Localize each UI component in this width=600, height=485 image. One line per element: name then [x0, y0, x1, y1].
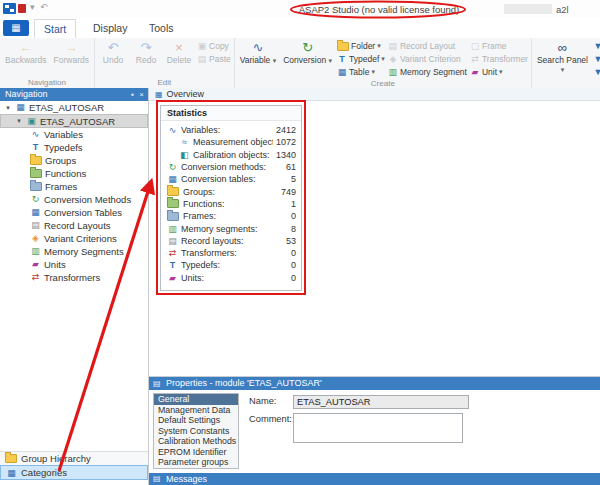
- tree-node-root[interactable]: ▾ ▦ ETAS_AUTOSAR: [0, 101, 148, 114]
- unit-icon: ▰: [470, 67, 480, 77]
- tree-node-variables[interactable]: ∿ Variables: [0, 128, 148, 141]
- stat-label: Transformers:: [181, 248, 288, 258]
- tree-node-transformers[interactable]: ⇄ Transformers: [0, 271, 148, 284]
- file-menu-button[interactable]: ▦: [3, 20, 29, 36]
- messages-panel-header[interactable]: ▤ Messages: [149, 473, 600, 485]
- tree-item-label: Memory Segments: [44, 246, 124, 257]
- dropdown-arrow-icon: ▾: [377, 42, 381, 50]
- property-category-general[interactable]: General: [154, 394, 238, 405]
- transformer-button[interactable]: ⇄ Transformer: [469, 53, 529, 65]
- undo-quick-icon[interactable]: ↶: [40, 2, 48, 12]
- tree-item-label: Variables: [44, 129, 83, 140]
- tree-node-memory-segments[interactable]: ▥ Memory Segments: [0, 245, 148, 258]
- stat-value: 0: [291, 273, 296, 283]
- stat-value: 53: [286, 236, 296, 246]
- property-category-parameter-groups[interactable]: Parameter groups: [154, 457, 238, 468]
- tab-start[interactable]: Start: [34, 19, 76, 39]
- copy-icon: ▣: [197, 41, 207, 51]
- stat-row-frames: Frames: 0: [167, 210, 296, 222]
- folder-button[interactable]: Folder ▾: [336, 40, 386, 52]
- search-panel-button[interactable]: ∞ Search Panel▾: [534, 39, 591, 74]
- variables-icon: ∿: [167, 125, 178, 135]
- group-hierarchy-button[interactable]: Group Hierarchy: [0, 451, 148, 465]
- tree-node-groups[interactable]: Groups: [0, 154, 148, 167]
- forwards-button[interactable]: → Forwards: [51, 39, 92, 65]
- dropdown-arrow-icon: ▾: [371, 68, 375, 76]
- overview-tab[interactable]: ▦ Overview: [149, 88, 600, 101]
- unit-button[interactable]: ▰ Unit ▾: [469, 66, 529, 78]
- tree-node-functions[interactable]: Functions: [0, 167, 148, 180]
- record-layouts-icon: ▤: [30, 220, 41, 231]
- property-category-management-data[interactable]: Management Data: [154, 405, 238, 416]
- expander-icon[interactable]: ▾: [15, 117, 23, 125]
- tree-node-typedefs[interactable]: T Typedefs: [0, 141, 148, 154]
- backwards-button[interactable]: ← Backwards: [2, 39, 50, 65]
- app-icon[interactable]: [3, 3, 16, 14]
- property-category-default-settings[interactable]: Default Settings: [154, 415, 238, 426]
- copy-button[interactable]: ▣ Copy: [196, 40, 232, 52]
- stat-row-measurement-objects: ≈ Measurement objects: 1072: [167, 136, 296, 148]
- dropdown-arrow-icon: ▾: [273, 57, 277, 64]
- stat-row-memory-segments: ▥ Memory segments: 8: [167, 222, 296, 234]
- property-category-eprom-identifier[interactable]: EPROM Identifier: [154, 447, 238, 458]
- delete-label: Delete: [167, 56, 192, 65]
- paste-button[interactable]: ▤ Paste: [196, 53, 232, 65]
- close-icon[interactable]: ×: [139, 88, 144, 101]
- frame-button[interactable]: ▢ Frame: [469, 40, 529, 52]
- variable-icon: ∿: [253, 39, 264, 56]
- conversion-button[interactable]: ↻ Conversion ▾: [280, 39, 335, 65]
- memory-segment-button[interactable]: ▥ Memory Segment: [387, 66, 468, 78]
- frame-label: Frame: [482, 41, 507, 51]
- tree-node-variant-criterions[interactable]: ◈ Variant Criterions: [0, 232, 148, 245]
- stat-label: Calibration objects:: [193, 150, 273, 160]
- paste-label: Paste: [209, 54, 231, 64]
- conversion-icon: ↻: [302, 39, 313, 56]
- save-icon[interactable]: ▾: [30, 2, 35, 12]
- tree-node-module[interactable]: ▾ ▣ ETAS_AUTOSAR: [0, 114, 148, 128]
- variable-button[interactable]: ∿ Variable ▾: [237, 39, 279, 65]
- name-field[interactable]: ETAS_AUTOSAR: [293, 395, 469, 409]
- tab-display[interactable]: Display: [84, 19, 136, 37]
- tree-root-label: ETAS_AUTOSAR: [29, 102, 104, 113]
- tab-tools[interactable]: Tools: [140, 19, 183, 37]
- tree-node-frames[interactable]: Frames: [0, 180, 148, 193]
- navigation-panel: Navigation ▪ × ▾ ▦ ETAS_AUTOSAR ▾ ▣ ETAS…: [0, 88, 149, 485]
- pin-icon[interactable]: ▪: [131, 88, 134, 101]
- overview-tab-label: Overview: [167, 89, 205, 99]
- tree-node-conversion-methods[interactable]: ↻ Conversion Methods: [0, 193, 148, 206]
- tree-node-record-layouts[interactable]: ▤ Record Layouts: [0, 219, 148, 232]
- save-filter-button[interactable]: ▼ Save Filter ▾: [592, 66, 600, 78]
- copy-label: Copy: [209, 41, 229, 51]
- filter-icon: ▼: [593, 41, 600, 51]
- redo-button[interactable]: ↷ Redo: [130, 39, 162, 65]
- comment-field[interactable]: [293, 413, 463, 443]
- stat-row-record-layouts: ▤ Record layouts: 53: [167, 235, 296, 247]
- stat-row-units: ▰ Units: 0: [167, 272, 296, 284]
- load-filter-button[interactable]: ▼ Load Filter ▾: [592, 53, 600, 65]
- dropdown-arrow-icon: ▾: [381, 55, 385, 63]
- stat-label: Conversion tables:: [181, 174, 288, 184]
- stat-value: 5: [291, 174, 296, 184]
- delete-button[interactable]: × Delete: [163, 39, 195, 65]
- property-category-calibration-methods[interactable]: Calibration Methods: [154, 436, 238, 447]
- typedef-button[interactable]: T Typedef ▾: [336, 53, 386, 65]
- ribbon-group-create: ∿ Variable ▾ ↻ Conversion ▾ Folder ▾ T T: [235, 38, 532, 88]
- tree-node-conversion-tables[interactable]: ▦ Conversion Tables: [0, 206, 148, 219]
- stat-row-calibration-objects: ◧ Calibration objects: 1340: [167, 149, 296, 161]
- app-logo-accent: [18, 4, 26, 13]
- property-category-system-constants[interactable]: System Constants: [154, 426, 238, 437]
- filter-editor-button[interactable]: ▼ Filter Editor: [592, 40, 600, 52]
- expander-icon[interactable]: ▾: [4, 104, 12, 112]
- project-icon: ▦: [15, 102, 26, 113]
- undo-button[interactable]: ↶ Undo: [97, 39, 129, 65]
- table-button[interactable]: ▦ Table ▾: [336, 66, 386, 78]
- record-layout-button[interactable]: ▤ Record Layout: [387, 40, 468, 52]
- app-window: ▾ ↶ ASAP2 Studio (no valid license found…: [0, 0, 600, 485]
- categories-button[interactable]: ▦ Categories: [0, 465, 148, 480]
- tree-node-units[interactable]: ▰ Units: [0, 258, 148, 271]
- undo-icon: ↶: [108, 39, 119, 56]
- group-label-edit: Edit: [97, 77, 232, 88]
- variant-criterion-button[interactable]: ◈ Variant Criterion: [387, 53, 468, 65]
- table-icon: ▦: [337, 67, 347, 77]
- table-label: Table: [349, 67, 369, 77]
